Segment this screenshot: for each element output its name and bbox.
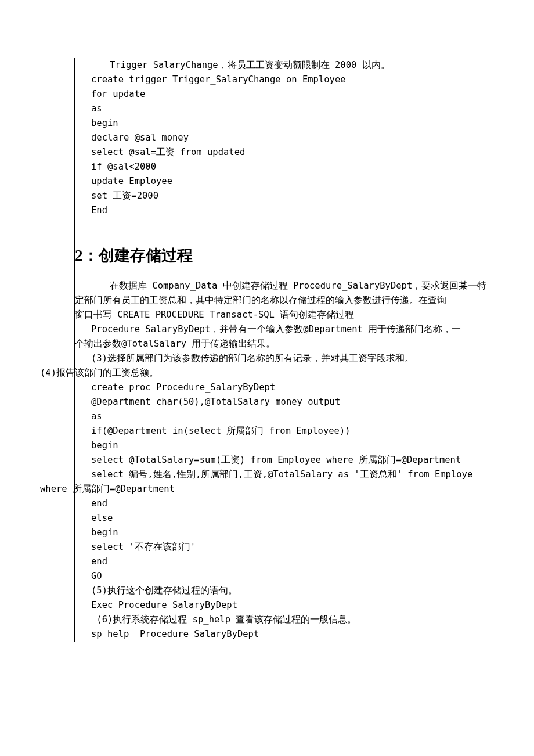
code-line: if(@Department in(select 所属部门 from Emplo… xyxy=(75,424,495,438)
code-line: Trigger_SalaryChange，将员工工资变动额限制在 2000 以内… xyxy=(75,58,495,73)
code-line: Exec Procedure_SalaryByDept xyxy=(75,598,495,613)
code-line: if @sal<2000 xyxy=(75,160,495,174)
body-line: 窗口书写 CREATE PROCEDURE Transact-SQL 语句创建存… xyxy=(75,308,495,322)
code-line: declare @sal money xyxy=(75,131,495,145)
code-line: end xyxy=(75,496,495,511)
document-page: Trigger_SalaryChange，将员工工资变动额限制在 2000 以内… xyxy=(0,0,534,756)
code-line: select '不存在该部门' xyxy=(75,540,495,555)
code-line: create proc Procedure_SalaryByDept xyxy=(75,380,495,395)
code-line: set 工资=2000 xyxy=(75,189,495,203)
code-line: else xyxy=(75,511,495,525)
body-line: 定部门所有员工的工资总和，其中特定部门的名称以存储过程的输入参数进行传递。在查询 xyxy=(75,293,495,308)
body-line: 在数据库 Company_Data 中创建存储过程 Procedure_Sala… xyxy=(75,279,495,293)
body-line: (3)选择所属部门为该参数传递的部门名称的所有记录，并对其工资字段求和。 xyxy=(75,351,495,366)
code-line: update Employee xyxy=(75,174,495,189)
code-line: begin xyxy=(75,116,495,131)
code-line: @Department char(50),@TotalSalary money … xyxy=(75,395,495,409)
code-line: begin xyxy=(75,525,495,540)
code-line: create trigger Trigger_SalaryChange on E… xyxy=(75,73,495,87)
body-line: 个输出参数@TotalSalary 用于传递输出结果。 xyxy=(75,337,495,351)
code-line: as xyxy=(75,409,495,424)
body-line: (5)执行这个创建存储过程的语句。 xyxy=(75,584,495,598)
code-line: End xyxy=(75,203,495,218)
content-area: Trigger_SalaryChange，将员工工资变动额限制在 2000 以内… xyxy=(74,58,495,642)
code-line: GO xyxy=(75,569,495,584)
body-line: (4)报告该部门的工资总额。 xyxy=(40,366,495,380)
code-line: for update xyxy=(75,87,495,102)
spacer xyxy=(75,218,495,232)
section-heading: 2：创建存储过程 xyxy=(75,232,495,279)
code-line: select @sal=工资 from updated xyxy=(75,145,495,160)
code-line: select 编号,姓名,性别,所属部门,工资,@TotalSalary as … xyxy=(75,467,495,482)
code-line: where 所属部门=@Department xyxy=(40,482,495,496)
code-line: begin xyxy=(75,438,495,453)
body-line: (6)执行系统存储过程 sp_help 查看该存储过程的一般信息。 xyxy=(75,613,495,627)
code-line: select @TotalSalary=sum(工资) from Employe… xyxy=(75,453,495,467)
body-line: Procedure_SalaryByDept，并带有一个输入参数@Departm… xyxy=(75,322,495,337)
code-line: as xyxy=(75,102,495,116)
code-line: end xyxy=(75,555,495,569)
code-line: sp_help Procedure_SalaryByDept xyxy=(75,627,495,642)
